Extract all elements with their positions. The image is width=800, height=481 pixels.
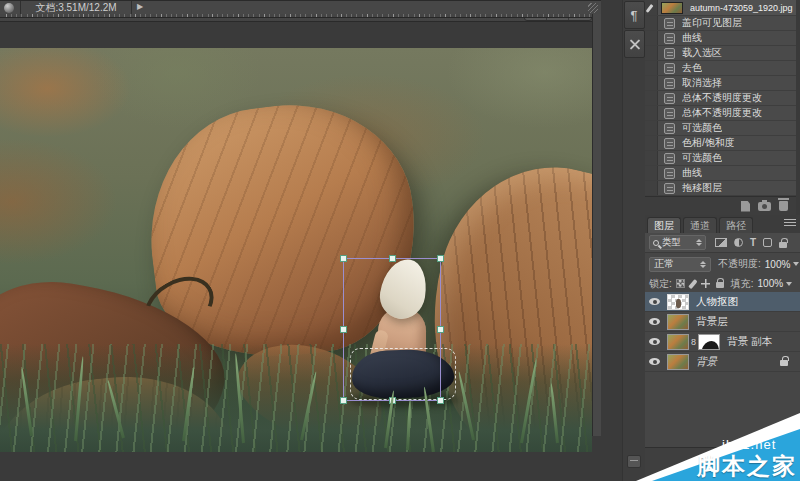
visibility-eye-icon[interactable] bbox=[649, 318, 660, 325]
layer-name[interactable]: 背景层 bbox=[696, 315, 800, 329]
history-state-icon bbox=[664, 153, 675, 164]
lock-transparent-pixels-icon[interactable] bbox=[676, 279, 685, 288]
resize-grip[interactable] bbox=[588, 3, 598, 13]
history-source-well[interactable] bbox=[645, 181, 658, 195]
delete-state-icon[interactable] bbox=[779, 201, 788, 211]
layer-thumbnail[interactable] bbox=[667, 354, 689, 370]
filter-pixel-layers-icon[interactable] bbox=[715, 238, 727, 247]
history-state-row[interactable]: 色相/饱和度 bbox=[645, 136, 800, 151]
opacity-dropdown-icon[interactable] bbox=[793, 262, 799, 266]
history-state-row[interactable]: 总体不透明度更改 bbox=[645, 106, 800, 121]
tab-layers[interactable]: 图层 bbox=[647, 217, 681, 233]
tab-paths[interactable]: 路径 bbox=[719, 217, 753, 233]
panel-dock: ¶ bbox=[622, 0, 645, 481]
visibility-eye-icon[interactable] bbox=[649, 338, 660, 345]
history-source-well[interactable] bbox=[645, 121, 658, 135]
layer-name[interactable]: 背景 bbox=[696, 355, 780, 369]
grass bbox=[0, 344, 592, 452]
history-source-well[interactable] bbox=[645, 151, 658, 165]
history-state-label: 总体不透明度更改 bbox=[682, 106, 762, 120]
layer-row[interactable]: 8 背景 副本 bbox=[645, 332, 800, 352]
layer-name[interactable]: 背景 副本 bbox=[727, 335, 800, 349]
panel-menu-icon[interactable] bbox=[784, 219, 796, 228]
new-document-from-state-icon[interactable] bbox=[741, 201, 750, 212]
layer-name[interactable]: 人物抠图 bbox=[696, 295, 800, 309]
history-states: 盖印可见图层 曲线 载入选区 bbox=[645, 16, 800, 196]
visibility-eye-icon[interactable] bbox=[649, 298, 660, 305]
lock-image-pixels-icon[interactable] bbox=[688, 278, 697, 288]
history-scrollbar[interactable] bbox=[796, 0, 800, 215]
transform-handle-topright[interactable] bbox=[437, 255, 444, 262]
status-icon bbox=[4, 3, 14, 13]
history-source-well[interactable] bbox=[645, 46, 658, 60]
transform-handle-right[interactable] bbox=[437, 326, 444, 333]
history-panel: autumn-473059_1920.jpg 盖印可见图层 曲线 bbox=[645, 0, 800, 196]
history-source-well[interactable] bbox=[645, 31, 658, 45]
history-snapshot-row[interactable]: autumn-473059_1920.jpg bbox=[645, 0, 800, 16]
history-source-well[interactable] bbox=[645, 91, 658, 105]
visibility-eye-icon[interactable] bbox=[649, 358, 660, 365]
document-statusbar: 文档:3.51M/12.2M ▶ bbox=[0, 0, 601, 14]
filter-shape-layers-icon[interactable] bbox=[763, 238, 772, 247]
history-source-well[interactable] bbox=[645, 106, 658, 120]
layer-mask-thumbnail[interactable] bbox=[698, 334, 720, 350]
history-source-well[interactable] bbox=[645, 16, 658, 30]
history-state-row[interactable]: 盖印可见图层 bbox=[645, 16, 800, 31]
history-state-row[interactable]: 可选颜色 bbox=[645, 121, 800, 136]
dock-bottom-icon[interactable] bbox=[627, 455, 641, 468]
history-brush-icon bbox=[646, 4, 654, 13]
lock-all-icon[interactable] bbox=[716, 282, 724, 288]
watermark-brand-name: 脚本之家 bbox=[697, 451, 797, 481]
history-state-label: 曲线 bbox=[682, 166, 702, 180]
history-brush-source[interactable] bbox=[645, 0, 658, 15]
transform-handle-topleft[interactable] bbox=[340, 255, 347, 262]
history-source-well[interactable] bbox=[645, 136, 658, 150]
history-state-icon bbox=[664, 123, 675, 134]
history-state-row[interactable]: 载入选区 bbox=[645, 46, 800, 61]
transform-handle-bottomleft[interactable] bbox=[340, 397, 347, 404]
canvas[interactable] bbox=[0, 48, 592, 452]
history-state-row[interactable]: 曲线 bbox=[645, 31, 800, 46]
history-state-row[interactable]: 取消选择 bbox=[645, 76, 800, 91]
history-state-row[interactable]: 去色 bbox=[645, 61, 800, 76]
lock-position-icon[interactable] bbox=[701, 279, 710, 288]
layer-row[interactable]: 8 背景 bbox=[645, 352, 800, 372]
filter-type-layers-icon[interactable]: T bbox=[750, 238, 756, 248]
tool-presets-icon[interactable] bbox=[624, 30, 645, 58]
history-state-label: 拖移图层 bbox=[682, 181, 722, 195]
history-state-label: 盖印可见图层 bbox=[682, 16, 742, 30]
transform-handle-top[interactable] bbox=[389, 255, 396, 262]
transform-handle-left[interactable] bbox=[340, 326, 347, 333]
layer-thumbnail[interactable] bbox=[667, 334, 689, 350]
transform-handle-bottomright[interactable] bbox=[437, 397, 444, 404]
layer-thumbnail[interactable] bbox=[667, 294, 689, 310]
fill-value[interactable]: 100% bbox=[758, 278, 784, 289]
blend-mode-select[interactable]: 正常 bbox=[649, 257, 711, 272]
opacity-value[interactable]: 100% bbox=[765, 259, 791, 270]
history-state-label: 去色 bbox=[682, 61, 702, 75]
lock-icons bbox=[676, 279, 724, 289]
filter-smart-objects-icon[interactable] bbox=[779, 242, 787, 248]
history-state-row[interactable]: 拖移图层 bbox=[645, 181, 800, 196]
history-state-row[interactable]: 可选颜色 bbox=[645, 151, 800, 166]
history-source-well[interactable] bbox=[645, 166, 658, 180]
history-source-well[interactable] bbox=[645, 76, 658, 90]
history-state-icon bbox=[664, 168, 675, 179]
tab-channels[interactable]: 通道 bbox=[683, 217, 717, 233]
layer-row[interactable]: 8 背景层 bbox=[645, 312, 800, 332]
new-snapshot-icon[interactable] bbox=[758, 202, 771, 211]
history-state-icon bbox=[664, 138, 675, 149]
history-state-row[interactable]: 曲线 bbox=[645, 166, 800, 181]
transform-bounding-box[interactable] bbox=[343, 258, 441, 401]
layer-thumbnail[interactable] bbox=[667, 314, 689, 330]
fill-label: 填充: bbox=[731, 277, 754, 291]
filter-adjustment-layers-icon[interactable] bbox=[734, 238, 743, 247]
fill-dropdown-icon[interactable] bbox=[786, 282, 792, 286]
status-expand-arrow-icon[interactable]: ▶ bbox=[137, 2, 143, 11]
history-source-well[interactable] bbox=[645, 61, 658, 75]
filter-kind-select[interactable]: 类型 bbox=[649, 235, 706, 250]
history-state-row[interactable]: 总体不透明度更改 bbox=[645, 91, 800, 106]
layer-row[interactable]: 8 人物抠图 bbox=[645, 292, 800, 312]
paragraph-panel-icon[interactable]: ¶ bbox=[624, 1, 645, 29]
mask-link-icon: 8 bbox=[691, 337, 696, 347]
